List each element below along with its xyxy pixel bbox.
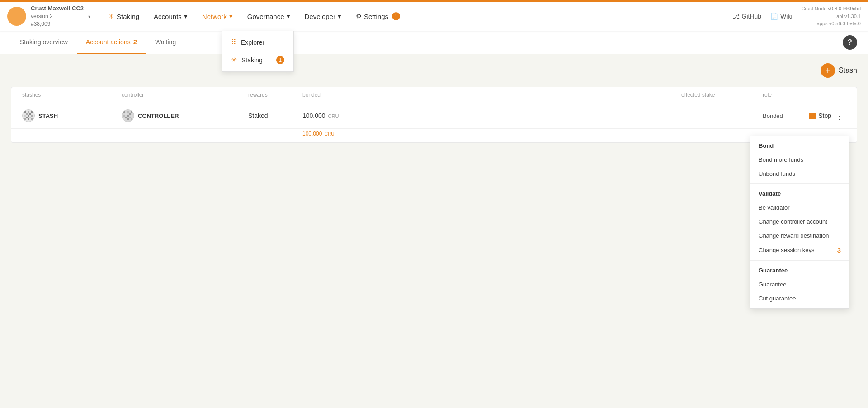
- change-session-keys-item[interactable]: Change session keys 3: [750, 243, 849, 258]
- svg-rect-6: [28, 115, 29, 117]
- developer-chevron-icon: ▾: [338, 12, 341, 20]
- stop-button[interactable]: Stop: [809, 112, 831, 119]
- wiki-icon: 📄: [770, 13, 778, 20]
- change-controller-item[interactable]: Change controller account: [750, 215, 849, 229]
- main-content: + Stash stashes controller rewards bonde…: [0, 54, 868, 408]
- svg-rect-5: [24, 115, 26, 117]
- controller-name: CONTROLLER: [138, 113, 179, 119]
- nav-github[interactable]: ⎇ GitHub: [732, 13, 762, 20]
- svg-rect-18: [123, 115, 125, 117]
- svg-rect-24: [127, 118, 129, 120]
- staking-dropdown-badge: 1: [276, 56, 284, 64]
- nav-staking[interactable]: ✳ Staking: [101, 2, 146, 31]
- be-validator-item[interactable]: Be validator: [750, 201, 849, 215]
- header-stashes: stashes: [19, 92, 118, 98]
- stash-label: Stash: [839, 66, 857, 75]
- table-row: STASH: [11, 103, 857, 129]
- add-stash-button[interactable]: + Stash: [821, 63, 857, 78]
- svg-rect-14: [127, 111, 129, 113]
- svg-rect-20: [131, 115, 132, 117]
- nav-items: ✳ Staking Accounts ▾ Network ▾ Governanc…: [101, 2, 732, 31]
- svg-rect-11: [28, 118, 29, 120]
- svg-rect-15: [131, 111, 132, 113]
- role-cell: Bonded: [759, 113, 813, 119]
- dropdown-explorer[interactable]: ⠿ Explorer: [222, 33, 293, 51]
- context-bond-section: Bond Bond more funds Unbond funds: [750, 136, 849, 184]
- settings-badge: 1: [392, 12, 400, 20]
- validate-section-title: Validate: [750, 188, 849, 201]
- guarantee-item[interactable]: Guarantee: [750, 277, 849, 291]
- svg-rect-3: [26, 113, 28, 115]
- svg-rect-22: [129, 117, 131, 118]
- svg-rect-7: [31, 115, 33, 117]
- bond-section-title: Bond: [750, 141, 849, 153]
- settings-icon: ⚙: [356, 12, 362, 20]
- nav-developer[interactable]: Developer ▾: [297, 2, 349, 31]
- logo-icon: [7, 7, 26, 26]
- accounts-chevron-icon: ▾: [184, 12, 188, 20]
- svg-rect-10: [24, 118, 26, 120]
- unbond-funds-item[interactable]: Unbond funds: [750, 167, 849, 181]
- svg-rect-8: [26, 117, 28, 118]
- bonded-sub-row: 100.000 CRU: [11, 129, 857, 142]
- logo-area[interactable]: Crust Maxwell CC2 version 2 #38,009 ▾: [7, 5, 90, 28]
- svg-rect-19: [127, 115, 129, 117]
- header-controller: controller: [118, 92, 245, 98]
- svg-rect-21: [125, 117, 127, 118]
- bonded-amount: 100.000 CRU: [302, 112, 339, 119]
- nav-right: ⎇ GitHub 📄 Wiki Crust Node v0.8.0-f669cb…: [732, 5, 861, 28]
- rewards-cell: Staked: [245, 112, 299, 119]
- header-rewards: rewards: [245, 92, 299, 98]
- tab-waiting[interactable]: Waiting: [146, 31, 185, 54]
- header-actions: [813, 92, 849, 98]
- svg-rect-1: [28, 111, 29, 113]
- svg-rect-12: [31, 118, 33, 120]
- nav-network[interactable]: Network ▾: [195, 2, 240, 31]
- cut-guarantee-item[interactable]: Cut guarantee: [750, 291, 849, 305]
- svg-rect-17: [129, 113, 131, 115]
- dropdown-staking[interactable]: ✳ Staking 1: [222, 51, 293, 69]
- nav-wiki[interactable]: 📄 Wiki: [770, 13, 792, 20]
- nav-governance[interactable]: Governance ▾: [240, 2, 297, 31]
- context-guarantee-section: Guarantee Guarantee Cut guarantee: [750, 261, 849, 308]
- svg-rect-2: [31, 111, 33, 113]
- header-role: role: [759, 92, 813, 98]
- network-dropdown: ⠿ Explorer ✳ Staking 1: [222, 31, 294, 72]
- network-chevron-icon: ▾: [229, 12, 233, 20]
- actions-cell: Stop ⋮ Bond Bond more funds Unbond funds…: [813, 108, 849, 123]
- guarantee-section-title: Guarantee: [750, 265, 849, 277]
- nav-settings[interactable]: ⚙ Settings 1: [349, 2, 407, 31]
- bond-more-funds-item[interactable]: Bond more funds: [750, 153, 849, 167]
- change-reward-destination-item[interactable]: Change reward destination: [750, 229, 849, 243]
- tab-account-actions[interactable]: Account actions 2: [77, 31, 146, 54]
- stash-cell: STASH: [19, 109, 118, 122]
- controller-identicon: [122, 109, 134, 122]
- header-effected-stake: effected stake: [678, 92, 759, 98]
- sub-bonded-amount: 100.000 CRU: [299, 131, 678, 137]
- stop-icon: [809, 113, 816, 119]
- bonded-cell: 100.000 CRU: [299, 112, 678, 119]
- logo-text: Crust Maxwell CC2 version 2 #38,009: [31, 5, 84, 28]
- plus-icon: +: [821, 63, 835, 78]
- rewards-value: Staked: [248, 112, 268, 119]
- governance-chevron-icon: ▾: [287, 12, 290, 20]
- version-info: Crust Node v0.8.0-f669cbd api v1.30.1 ap…: [802, 5, 861, 28]
- logo-chevron-icon: ▾: [88, 14, 90, 19]
- tab-staking-overview[interactable]: Staking overview: [11, 31, 77, 54]
- svg-rect-23: [123, 118, 125, 120]
- session-keys-badge: 3: [837, 246, 841, 254]
- explorer-icon: ⠿: [231, 38, 236, 47]
- subnav: Staking overview Account actions 2 Waiti…: [0, 31, 868, 54]
- context-validate-section: Validate Be validator Change controller …: [750, 184, 849, 261]
- svg-rect-13: [123, 111, 125, 113]
- more-options-button[interactable]: ⋮: [833, 108, 846, 123]
- help-button[interactable]: ?: [843, 35, 857, 50]
- controller-cell: CONTROLLER: [118, 109, 245, 122]
- staking-nav-icon: ✳: [108, 12, 114, 20]
- header-bonded: bonded: [299, 92, 678, 98]
- svg-rect-9: [29, 117, 31, 118]
- nav-accounts[interactable]: Accounts ▾: [146, 2, 195, 31]
- svg-rect-4: [29, 113, 31, 115]
- role-badge: Bonded: [763, 113, 783, 119]
- account-actions-badge: 2: [133, 38, 137, 46]
